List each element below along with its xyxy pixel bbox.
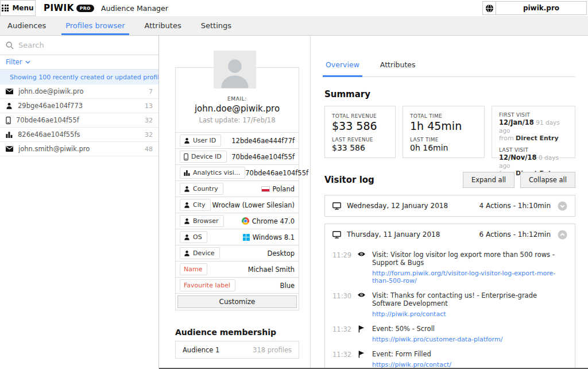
attribute-value: Chrome 47.0 <box>242 217 295 225</box>
attribute-chip-device-id[interactable]: Device ID <box>180 151 227 163</box>
event-link[interactable]: http://forum.piwik.org/t/visitor-log-vis… <box>372 270 567 285</box>
audience-name: Audience 1 <box>183 346 219 354</box>
attribute-value: Desktop <box>268 249 295 257</box>
module-tab-bar: Audiences Profiles browser Attributes Se… <box>0 16 588 36</box>
profile-id: john.doe@piwik.pro <box>18 87 144 95</box>
attribute-chip-favourite-label[interactable]: Favourite label <box>180 279 235 291</box>
event-title: Event: 50% - Scroll <box>372 325 502 333</box>
attribute-chip-city[interactable]: City <box>180 199 211 211</box>
filter-toggle[interactable]: Filter <box>0 55 158 70</box>
event-row: 11:32 Event: 50% - Scroll https://piwik.… <box>325 321 575 347</box>
menu-button[interactable]: Menu <box>0 0 36 16</box>
tab-profile-attributes[interactable]: Attributes <box>379 60 417 76</box>
filter-label: Filter <box>6 58 22 66</box>
day-header-toggle[interactable]: Wednesday, 12 January 2018 4 Actions - 1… <box>325 195 575 216</box>
eye-icon <box>357 251 366 285</box>
attribute-chip-browser[interactable]: Browser <box>180 215 224 227</box>
person-silhouette-icon <box>218 56 252 89</box>
profile-id: 826e46ae104f55fs <box>18 130 140 139</box>
event-link[interactable]: https://piwik.pro/customer-data-platform… <box>372 336 502 343</box>
profile-list-item[interactable]: john.doe@piwik.pro 7 <box>0 84 158 99</box>
summary-cards: TOTAL REVENUE $33 586 LAST REVENUE $33 5… <box>324 106 575 158</box>
attribute-row: User ID 12bde46ae444f77f <box>175 132 299 149</box>
audience-membership-item[interactable]: Audience 1 318 profiles <box>175 341 299 359</box>
attribute-row: Analytics visi... 70bde46ae104f55f <box>175 164 299 181</box>
attribute-row: Country Poland <box>175 180 299 197</box>
audience-membership-heading: Audience membership <box>175 328 276 337</box>
analytics-icon <box>6 131 13 138</box>
visitor-log-day: Wednesday, 12 January 2018 4 Actions - 1… <box>324 195 575 217</box>
user-icon <box>184 250 190 256</box>
attribute-value: Windows 8.1 <box>243 233 295 241</box>
customize-button[interactable]: Customize <box>177 295 297 308</box>
attribute-value: Poland <box>261 185 295 193</box>
app-title: Audience Manager <box>101 4 168 13</box>
flag-icon <box>357 350 366 369</box>
avatar <box>214 51 256 89</box>
analytics-icon <box>184 170 190 176</box>
user-icon <box>184 218 190 224</box>
profile-list-item[interactable]: 29bge46ae104f773 13 <box>0 99 158 113</box>
chrome-icon <box>242 217 249 225</box>
day-date: Wednesday, 12 January 2018 <box>347 202 448 210</box>
event-title: Event: Form Filled <box>372 350 451 358</box>
attribute-chip-country[interactable]: Country <box>180 183 223 195</box>
profile-count: 32 <box>145 117 153 124</box>
event-title: Visit: Thanks for contacting us! - Enter… <box>372 291 567 308</box>
tab-settings[interactable]: Settings <box>199 16 233 35</box>
attribute-row: Name Michael Smith <box>175 261 299 278</box>
user-icon <box>6 102 13 109</box>
attribute-chip-analytics-visitor-id[interactable]: Analytics visi... <box>180 167 245 179</box>
event-link[interactable]: http://piwik.pro/contact <box>372 310 446 318</box>
attribute-chip-user-id[interactable]: User ID <box>180 134 221 147</box>
user-icon <box>184 137 190 144</box>
tab-profiles-browser[interactable]: Profiles browser <box>64 16 126 35</box>
monitor-icon <box>332 231 341 239</box>
collapse-all-button[interactable]: Collapse all <box>520 172 575 188</box>
first-visit-date: 12/Jan/18 <box>499 118 534 126</box>
device-icon <box>184 153 188 160</box>
profile-list-item[interactable]: 826e46ae104f55fs 32 <box>0 128 158 142</box>
visitor-log-heading: Visitor log <box>324 175 374 185</box>
website-selector[interactable]: piwik.pro <box>496 1 587 15</box>
attribute-chip-name[interactable]: Name <box>180 263 207 275</box>
pro-badge: PRO <box>76 5 94 12</box>
eye-icon <box>357 291 366 318</box>
customize-container: Customize <box>175 293 299 310</box>
total-time-label: TOTAL TIME <box>410 113 477 119</box>
tab-audiences[interactable]: Audiences <box>6 16 48 35</box>
attribute-chip-os[interactable]: OS <box>180 231 207 243</box>
search-input[interactable] <box>18 41 153 49</box>
profile-id: 70bde46ae104f55f <box>16 116 140 124</box>
summary-heading: Summary <box>324 89 575 99</box>
attribute-value: Wrocław (Lower Silesian) <box>212 201 295 209</box>
profile-count: 32 <box>145 131 153 139</box>
apps-grid-icon <box>2 5 9 11</box>
last-update: Last update: 17/Feb/18 <box>176 116 299 124</box>
event-row: 11:32 Event: Form Filled https://piwik.p… <box>325 347 575 369</box>
profile-list-item[interactable]: john.smith@piwik.pro 48 <box>0 142 158 156</box>
attribute-value: Blue <box>280 282 295 290</box>
tab-overview[interactable]: Overview <box>324 60 361 76</box>
visitor-log-day: Thursday, 11 January 2018 6 Actions - 1h… <box>324 224 575 369</box>
profile-count: 48 <box>145 145 153 153</box>
day-header-toggle[interactable]: Thursday, 11 January 2018 6 Actions - 1h… <box>325 224 575 245</box>
event-row: 11:30 Visit: Thanks for contacting us! -… <box>325 288 575 321</box>
day-date: Thursday, 11 January 2018 <box>347 230 440 239</box>
event-time: 11:32 <box>332 350 353 369</box>
visits-card: FIRST VISIT 12/Jan/18 91 days ago from D… <box>492 106 575 158</box>
event-title: Visit: Visitor log visitor log export mo… <box>372 251 567 267</box>
profile-list-item[interactable]: 70bde46ae104f55f 32 <box>0 113 158 128</box>
topbar-right: piwik.pro <box>482 1 587 15</box>
flag-icon <box>357 325 366 344</box>
expand-chevron-icon[interactable] <box>558 201 567 211</box>
globe-button[interactable] <box>482 1 496 15</box>
last-revenue-label: LAST REVENUE <box>332 137 388 143</box>
tab-attributes[interactable]: Attributes <box>143 16 183 35</box>
audience-manager-app: Menu PIWIK PRO Audience Manager piwik.pr… <box>0 0 588 369</box>
day-summary: 6 Actions - 1h:12min <box>479 230 551 239</box>
email-icon <box>6 146 13 152</box>
collapse-chevron-icon[interactable] <box>558 230 567 240</box>
attribute-chip-device-type[interactable]: Device <box>180 247 220 259</box>
expand-all-button[interactable]: Expand all <box>463 172 514 188</box>
